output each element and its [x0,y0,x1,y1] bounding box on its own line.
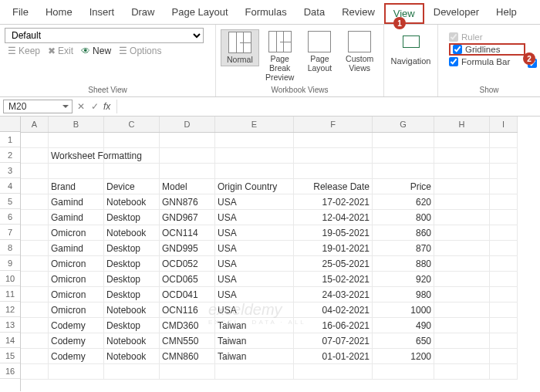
cell[interactable]: 1200 [373,349,434,364]
cell[interactable] [49,164,104,179]
cell[interactable] [21,179,49,194]
cell[interactable] [215,364,294,380]
cell[interactable] [21,241,49,256]
cell[interactable]: USA [215,225,294,241]
cell[interactable] [21,318,49,333]
cell[interactable]: USA [215,287,294,302]
cell[interactable]: OCN116 [160,302,215,318]
cell[interactable] [434,349,490,364]
row-header-8[interactable]: 8 [0,240,20,255]
cell[interactable] [215,133,294,148]
row-header-3[interactable]: 3 [0,163,20,178]
cell[interactable]: Gamind [49,194,104,210]
cell[interactable] [434,210,490,225]
sheet-view-select[interactable]: Default [5,28,204,43]
cell[interactable]: Codemy [49,333,104,349]
cell[interactable] [434,364,490,380]
cell[interactable]: 01-01-2021 [294,349,373,364]
custom-views-button[interactable]: Custom Views [340,29,379,74]
cell[interactable] [160,148,215,164]
cells[interactable]: Worksheet FormattingBrandDeviceModelOrig… [21,133,518,380]
tab-file[interactable]: File [5,3,36,24]
col-header-I[interactable]: I [490,117,518,132]
cell[interactable]: Taiwan [215,349,294,364]
cell[interactable] [434,225,490,241]
cell[interactable] [215,148,294,164]
new-button[interactable]: 👁New [81,46,111,56]
row-header-16[interactable]: 16 [0,363,20,379]
cell[interactable] [490,364,518,380]
normal-view-button[interactable]: Normal [221,29,259,66]
col-header-B[interactable]: B [49,117,104,132]
cell[interactable] [21,148,49,164]
tab-insert[interactable]: Insert [82,3,123,24]
cell[interactable] [160,364,215,380]
cell[interactable]: 12-04-2021 [294,210,373,225]
cell[interactable]: 860 [373,225,434,241]
cell[interactable]: 1000 [373,302,434,318]
cell[interactable]: 980 [373,287,434,302]
cell[interactable] [434,148,490,164]
cell[interactable] [434,287,490,302]
cell[interactable] [490,256,518,272]
cell[interactable]: GND967 [160,210,215,225]
cell[interactable]: OCN114 [160,225,215,241]
cell[interactable]: Omicron [49,287,104,302]
row-header-11[interactable]: 11 [0,286,20,302]
cell[interactable]: Model [160,179,215,194]
cell[interactable] [104,133,160,148]
cell[interactable]: CMN860 [160,349,215,364]
cell[interactable] [434,302,490,318]
row-header-14[interactable]: 14 [0,333,20,348]
cell[interactable]: Omicron [49,302,104,318]
cell[interactable] [21,349,49,364]
cell[interactable]: Gamind [49,210,104,225]
cell[interactable]: USA [215,302,294,318]
cell[interactable] [434,164,490,179]
cell[interactable] [434,179,490,194]
cell[interactable]: 870 [373,241,434,256]
row-header-2[interactable]: 2 [0,147,20,163]
cell[interactable]: Desktop [104,241,160,256]
cell[interactable]: Omicron [49,225,104,241]
cell[interactable]: Notebook [104,349,160,364]
cell[interactable] [434,241,490,256]
cell[interactable] [490,210,518,225]
cell[interactable] [104,364,160,380]
cell[interactable] [21,333,49,349]
cell[interactable]: Omicron [49,272,104,287]
cell[interactable]: OCD041 [160,287,215,302]
cell[interactable] [373,148,434,164]
keep-button[interactable]: ☰Keep [8,46,40,56]
cell[interactable] [490,333,518,349]
cell[interactable]: 25-05-2021 [294,256,373,272]
col-header-E[interactable]: E [215,117,294,132]
cell[interactable] [21,225,49,241]
cell[interactable] [21,133,49,148]
col-header-G[interactable]: G [373,117,434,132]
col-header-A[interactable]: A [21,117,49,132]
cell[interactable]: Notebook [104,302,160,318]
cell[interactable]: OCD052 [160,256,215,272]
cell[interactable] [373,164,434,179]
cell[interactable]: Desktop [104,272,160,287]
exit-button[interactable]: ✖Exit [48,46,73,56]
enter-icon[interactable]: ✓ [89,101,100,112]
cell[interactable] [21,164,49,179]
cell[interactable]: Desktop [104,210,160,225]
cell[interactable]: Release Date [294,179,373,194]
cell[interactable]: 07-07-2021 [294,333,373,349]
cell[interactable]: Notebook [104,225,160,241]
cell[interactable]: 880 [373,256,434,272]
page-break-preview-button[interactable]: Page Break Preview [261,29,299,83]
cell[interactable] [490,133,518,148]
cell[interactable] [294,364,373,380]
cell[interactable]: Notebook [104,194,160,210]
cell[interactable] [490,241,518,256]
cell[interactable] [490,302,518,318]
cell[interactable]: 620 [373,194,434,210]
name-box[interactable]: M20 [3,100,73,113]
cell[interactable] [294,164,373,179]
cell[interactable]: Worksheet Formatting [49,148,104,164]
cell[interactable]: 490 [373,318,434,333]
